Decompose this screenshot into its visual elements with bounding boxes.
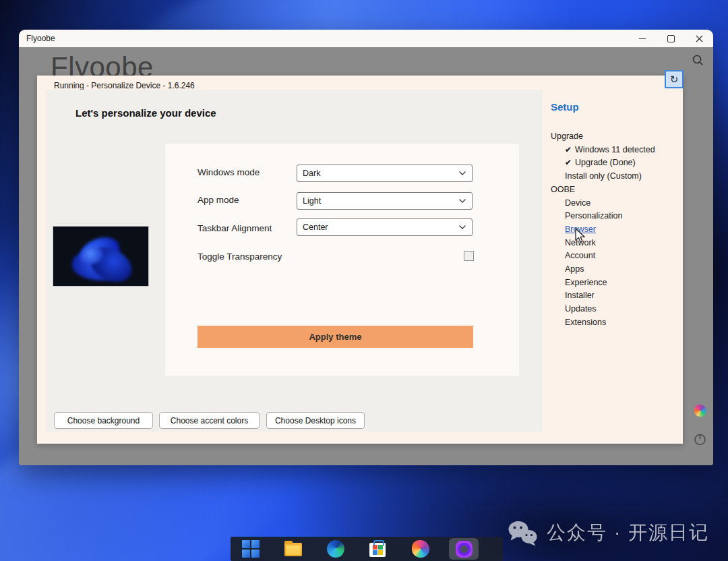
watermark: 公众号 · 开源日记 bbox=[506, 519, 709, 546]
maximize-icon bbox=[667, 35, 675, 42]
sidebar-item-browser[interactable]: Browser bbox=[551, 223, 683, 237]
search-icon[interactable] bbox=[691, 54, 704, 67]
sidebar-item-upgrade-done[interactable]: ✔Upgrade (Done) bbox=[551, 156, 683, 170]
microsoft-store-icon bbox=[369, 543, 386, 557]
copilot-button[interactable] bbox=[412, 540, 429, 558]
status-header: Running - Personalize Device - 1.6.246 bbox=[54, 81, 195, 90]
setup-sidebar: Setup Upgrade ✔Windows 11 detected ✔Upgr… bbox=[551, 101, 683, 330]
mouse-cursor bbox=[574, 228, 586, 244]
theme-form-card: Windows mode Dark App mode Light bbox=[165, 144, 519, 376]
toggle-transparency-checkbox[interactable] bbox=[464, 251, 474, 261]
window-title: Flyoobe bbox=[19, 34, 628, 43]
power-icon[interactable] bbox=[694, 433, 706, 446]
flyoobe-app-icon bbox=[456, 541, 473, 558]
personalize-page: Let's personalize your device Windows mo… bbox=[46, 90, 543, 432]
close-icon bbox=[696, 35, 703, 42]
sidebar-item-network[interactable]: Network bbox=[551, 237, 683, 250]
minimize-icon bbox=[639, 38, 646, 39]
window-titlebar[interactable]: Flyoobe bbox=[19, 30, 713, 47]
sidebar-item-experience[interactable]: Experience bbox=[551, 276, 683, 290]
flyoobe-window: Flyoobe Flyoobe Running - Personalize De… bbox=[19, 30, 713, 465]
app-mode-value: Light bbox=[303, 196, 458, 206]
apply-theme-button[interactable]: Apply theme bbox=[198, 326, 473, 348]
page-title: Let's personalize your device bbox=[75, 107, 216, 119]
sidebar-heading: Setup bbox=[551, 101, 683, 113]
choose-background-button[interactable]: Choose background bbox=[54, 412, 153, 429]
refresh-icon: ↻ bbox=[670, 74, 679, 84]
file-explorer-icon bbox=[284, 543, 302, 556]
sidebar-item-install-only[interactable]: Install only (Custom) bbox=[551, 170, 683, 183]
sidebar-item-account[interactable]: Account bbox=[551, 249, 683, 263]
taskbar-alignment-select[interactable]: Center bbox=[297, 218, 473, 236]
flyoobe-taskbar-button[interactable] bbox=[449, 538, 479, 560]
app-mode-label: App mode bbox=[198, 195, 239, 205]
sidebar-item-apps[interactable]: Apps bbox=[551, 263, 683, 276]
copilot-icon bbox=[412, 540, 429, 558]
wallpaper-preview bbox=[53, 226, 149, 287]
windows-start-icon bbox=[242, 540, 260, 558]
windows-mode-select[interactable]: Dark bbox=[297, 165, 473, 182]
sidebar-item-windows11-detected[interactable]: ✔Windows 11 detected bbox=[551, 144, 683, 157]
sidebar-item-oobe[interactable]: OOBE bbox=[551, 183, 683, 197]
check-icon: ✔ bbox=[565, 158, 572, 167]
watermark-text: 公众号 · 开源日记 bbox=[547, 520, 709, 545]
check-icon: ✔ bbox=[565, 145, 572, 154]
desktop-wallpaper: Flyoobe Flyoobe Running - Personalize De… bbox=[0, 0, 728, 561]
minimize-button[interactable] bbox=[628, 30, 657, 47]
app-mode-select[interactable]: Light bbox=[297, 192, 473, 210]
taskbar-alignment-label: Taskbar Alignment bbox=[198, 223, 272, 233]
chevron-down-icon bbox=[458, 198, 466, 204]
choose-desktop-icons-button[interactable]: Choose Desktop icons bbox=[266, 412, 365, 429]
sidebar-item-upgrade[interactable]: Upgrade bbox=[551, 130, 683, 144]
edge-browser-icon bbox=[327, 540, 344, 558]
edge-button[interactable] bbox=[327, 540, 344, 558]
microsoft-store-button[interactable] bbox=[369, 540, 387, 558]
wechat-icon bbox=[506, 519, 539, 546]
start-button[interactable] bbox=[242, 540, 260, 558]
chevron-down-icon bbox=[458, 171, 466, 176]
file-explorer-button[interactable] bbox=[284, 540, 302, 558]
sidebar-item-extensions[interactable]: Extensions bbox=[551, 316, 683, 330]
sidebar-item-personalization[interactable]: Personalization bbox=[551, 210, 683, 223]
windows-mode-label: Windows mode bbox=[198, 167, 260, 177]
windows-mode-value: Dark bbox=[303, 169, 458, 178]
close-button[interactable] bbox=[685, 30, 713, 47]
sidebar-item-installer[interactable]: Installer bbox=[551, 289, 683, 303]
choose-accent-colors-button[interactable]: Choose accent colors bbox=[159, 412, 260, 429]
sidebar-item-device[interactable]: Device bbox=[551, 197, 683, 210]
chevron-down-icon bbox=[458, 225, 466, 230]
maximize-button[interactable] bbox=[657, 30, 685, 47]
refresh-button[interactable]: ↻ bbox=[665, 70, 684, 88]
window-body: Flyoobe Running - Personalize Device - 1… bbox=[19, 47, 713, 465]
toggle-transparency-label: Toggle Transparency bbox=[198, 252, 282, 262]
sidebar-item-updates[interactable]: Updates bbox=[551, 303, 683, 316]
setup-panel: Running - Personalize Device - 1.6.246 ↻… bbox=[37, 76, 683, 444]
copilot-flower-icon[interactable] bbox=[694, 405, 706, 417]
taskbar-alignment-value: Center bbox=[303, 223, 458, 232]
taskbar bbox=[231, 537, 503, 561]
